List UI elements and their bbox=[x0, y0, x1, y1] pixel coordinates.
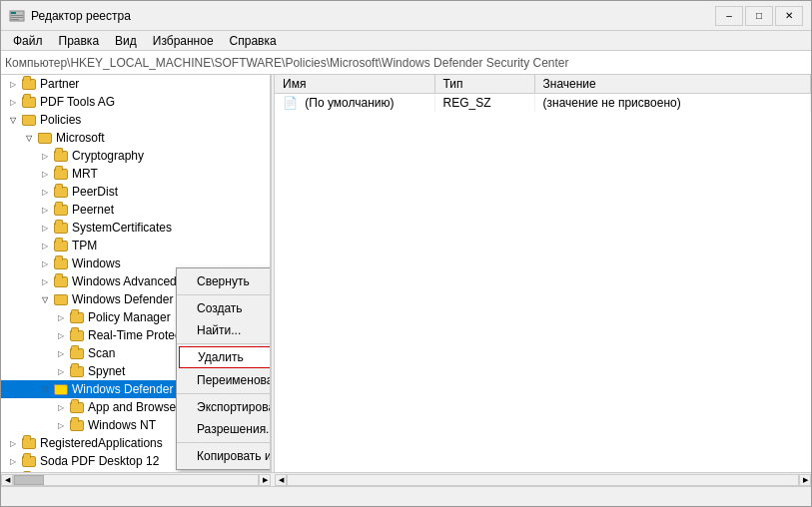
ctx-rename[interactable]: Переименовать bbox=[177, 369, 271, 391]
folder-icon-peernet bbox=[53, 202, 69, 218]
tree-item-partner[interactable]: ▷ Partner bbox=[1, 75, 270, 93]
tree-item-peernet[interactable]: ▷ Peernet bbox=[1, 201, 270, 219]
folder-icon-systemcerts bbox=[53, 220, 69, 236]
folder-icon-tpm bbox=[53, 238, 69, 254]
expander-windows-advanced: ▷ bbox=[37, 273, 53, 289]
tree-item-policies[interactable]: ▽ Policies bbox=[1, 111, 270, 129]
tree-label-peernet: Peernet bbox=[72, 203, 114, 217]
bottom-scrollbar-area: ◀ ▶ ◀ ▶ bbox=[1, 472, 811, 486]
main-content-area: ▷ Partner ▷ PDF Tools AG ▽ Policies ▽ bbox=[1, 75, 811, 506]
scroll-left-btn[interactable]: ◀ bbox=[1, 474, 13, 486]
tree-panel: ▷ Partner ▷ PDF Tools AG ▽ Policies ▽ bbox=[1, 75, 271, 472]
menu-favorites[interactable]: Избранное bbox=[145, 32, 222, 50]
minimize-button[interactable]: – bbox=[715, 6, 743, 26]
app-icon bbox=[9, 8, 25, 24]
folder-icon-mrt bbox=[53, 166, 69, 182]
main-window: Редактор реестра – □ ✕ Файл Правка Вид И… bbox=[0, 0, 812, 507]
scroll-track-left[interactable] bbox=[13, 474, 259, 486]
tree-label-peerdist: PeerDist bbox=[72, 185, 118, 199]
address-label: Компьютер\HKEY_LOCAL_MACHINE\SOFTWARE\Po… bbox=[5, 56, 568, 70]
expander-systemcerts: ▷ bbox=[37, 220, 53, 236]
expander-windows-defender: ▽ bbox=[37, 291, 53, 307]
folder-icon-registered-apps bbox=[21, 435, 37, 451]
table-row[interactable]: 📄 (По умолчанию) REG_SZ (значение не при… bbox=[275, 94, 811, 113]
tree-item-volatile[interactable]: ▷ Volatile bbox=[1, 470, 270, 472]
menu-view[interactable]: Вид bbox=[107, 32, 145, 50]
col-header-type: Тип bbox=[434, 75, 534, 94]
expander-soda-pdf: ▷ bbox=[5, 453, 21, 469]
menu-bar: Файл Правка Вид Избранное Справка bbox=[1, 31, 811, 51]
folder-icon-pdf-tools bbox=[21, 94, 37, 110]
ctx-copy-name[interactable]: Копировать имя раздела bbox=[177, 445, 271, 467]
expander-microsoft: ▽ bbox=[21, 130, 37, 146]
window-controls: – □ ✕ bbox=[715, 6, 803, 26]
ctx-permissions[interactable]: Разрешения... bbox=[177, 418, 271, 440]
folder-icon-windows bbox=[53, 255, 69, 271]
tree-item-peerdist[interactable]: ▷ PeerDist bbox=[1, 183, 270, 201]
tree-item-microsoft[interactable]: ▽ Microsoft bbox=[1, 129, 270, 147]
registry-table: Имя Тип Значение 📄 (По умолчанию) REG_SZ bbox=[275, 75, 811, 112]
expander-cryptography: ▷ bbox=[37, 148, 53, 164]
expander-partner: ▷ bbox=[5, 76, 21, 92]
expander-tpm: ▷ bbox=[37, 238, 53, 254]
svg-rect-4 bbox=[11, 19, 19, 20]
maximize-button[interactable]: □ bbox=[745, 6, 773, 26]
close-button[interactable]: ✕ bbox=[775, 6, 803, 26]
folder-icon-peerdist bbox=[53, 184, 69, 200]
tree-item-pdf-tools[interactable]: ▷ PDF Tools AG bbox=[1, 93, 270, 111]
expander-app-browser: ▷ bbox=[53, 399, 69, 415]
ctx-sep-4 bbox=[177, 442, 271, 443]
folder-icon-windows-advanced bbox=[53, 273, 69, 289]
scroll-left-btn-right[interactable]: ◀ bbox=[275, 474, 287, 486]
tree-label-partner: Partner bbox=[40, 77, 79, 91]
tree-item-systemcerts[interactable]: ▷ SystemCertificates bbox=[1, 219, 270, 237]
tree-label-windows: Windows bbox=[72, 256, 121, 270]
ctx-find[interactable]: Найти... bbox=[177, 319, 271, 341]
tree-item-mrt[interactable]: ▷ MRT bbox=[1, 165, 270, 183]
tree-label-registered-apps: RegisteredApplications bbox=[40, 436, 163, 450]
scroll-thumb-left[interactable] bbox=[14, 475, 44, 485]
col-header-value: Значение bbox=[534, 75, 811, 94]
menu-edit[interactable]: Правка bbox=[51, 32, 108, 50]
expander-peernet: ▷ bbox=[37, 202, 53, 218]
folder-icon-volatile bbox=[21, 471, 37, 472]
right-panel: Имя Тип Значение 📄 (По умолчанию) REG_SZ bbox=[275, 75, 811, 472]
tree-label-policy-manager: Policy Manager bbox=[88, 310, 171, 324]
scroll-right-btn-right[interactable]: ▶ bbox=[799, 474, 811, 486]
menu-file[interactable]: Файл bbox=[5, 32, 51, 50]
scroll-track-right[interactable] bbox=[287, 474, 799, 486]
folder-icon-soda-pdf bbox=[21, 453, 37, 469]
scroll-right-btn[interactable]: ▶ bbox=[259, 474, 271, 486]
right-horizontal-scroll[interactable]: ◀ ▶ bbox=[275, 474, 811, 486]
tree-label-microsoft: Microsoft bbox=[56, 131, 105, 145]
folder-icon-policy-manager bbox=[69, 309, 85, 325]
tree-label-windows-defender: Windows Defender bbox=[72, 292, 173, 306]
tree-label-pdf-tools: PDF Tools AG bbox=[40, 95, 115, 109]
expander-pdf-tools: ▷ bbox=[5, 94, 21, 110]
default-icon: 📄 bbox=[283, 96, 298, 110]
expander-spynet: ▷ bbox=[53, 363, 69, 379]
title-text: Редактор реестра bbox=[31, 9, 715, 23]
ctx-collapse[interactable]: Свернуть bbox=[177, 270, 271, 292]
svg-rect-3 bbox=[11, 17, 23, 18]
folder-icon-policies bbox=[21, 112, 37, 128]
tree-item-cryptography[interactable]: ▷ Cryptography bbox=[1, 147, 270, 165]
ctx-sep-1 bbox=[177, 294, 271, 295]
tree-horizontal-scroll[interactable]: ◀ ▶ bbox=[1, 474, 271, 486]
cell-name: 📄 (По умолчанию) bbox=[275, 94, 434, 113]
expander-windows-nt: ▷ bbox=[53, 417, 69, 433]
folder-icon-partner bbox=[21, 76, 37, 92]
address-bar: Компьютер\HKEY_LOCAL_MACHINE\SOFTWARE\Po… bbox=[1, 51, 811, 75]
cell-value: (значение не присвоено) bbox=[534, 94, 811, 113]
ctx-create[interactable]: Создать ▶ bbox=[177, 297, 271, 319]
expander-policies: ▽ bbox=[5, 112, 21, 128]
ctx-delete[interactable]: Удалить bbox=[179, 346, 271, 368]
tree-item-tpm[interactable]: ▷ TPM bbox=[1, 237, 270, 254]
expander-scan: ▷ bbox=[53, 345, 69, 361]
col-header-name: Имя bbox=[275, 75, 434, 94]
tree-label-soda-pdf: Soda PDF Desktop 12 bbox=[40, 454, 159, 468]
ctx-export[interactable]: Экспортировать bbox=[177, 396, 271, 418]
menu-help[interactable]: Справка bbox=[222, 32, 285, 50]
content-area: ▷ Partner ▷ PDF Tools AG ▽ Policies ▽ bbox=[1, 75, 811, 472]
cell-name-text: (По умолчанию) bbox=[305, 96, 394, 110]
